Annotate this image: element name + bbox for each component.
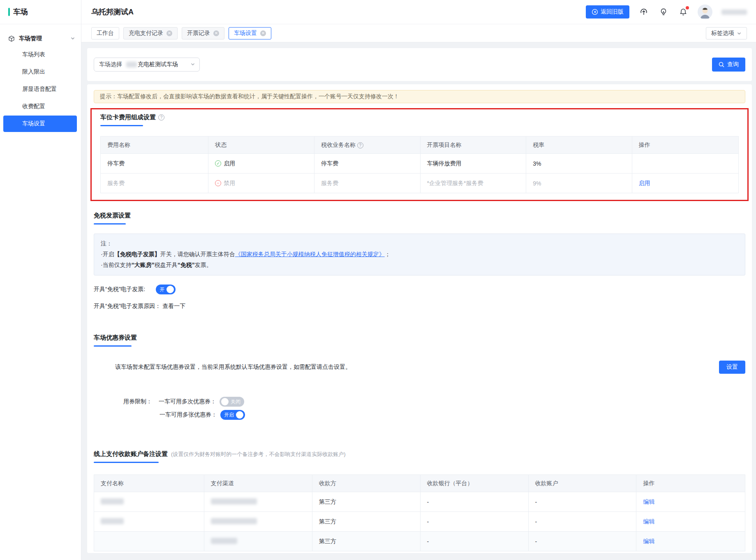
blurred-text xyxy=(126,62,137,67)
regulation-link[interactable]: 《国家税务总局关于小规模纳税人免征增值税的相关规定》 xyxy=(235,251,385,257)
logo-accent-bar xyxy=(8,8,10,16)
cell-bank: - xyxy=(420,512,528,532)
cell-account: - xyxy=(528,512,636,532)
col-header-pay-channel: 支付渠道 xyxy=(204,475,312,492)
back-button-label: 返回旧版 xyxy=(601,8,624,16)
tab-parking-settings[interactable]: 车场设置 ✕ xyxy=(229,27,271,39)
title-underline xyxy=(94,462,159,463)
multi-use-coupon-toggle[interactable]: 关闭 xyxy=(220,397,244,407)
tab-close-icon[interactable]: ✕ xyxy=(213,30,219,36)
sidebar-item-label: 屏显语音配置 xyxy=(22,86,57,93)
toggle-state-text: 开启 xyxy=(222,412,236,419)
notice-text: 提示：车场配置修改后，会直接影响该车场的数据查看和统计，属于关键性配置操作，一个… xyxy=(100,93,399,100)
payment-table-row: 第三方 - - 编辑 xyxy=(94,532,745,551)
tag-options-button[interactable]: 标签选项 xyxy=(706,27,747,39)
user-name-blurred[interactable] xyxy=(721,9,747,15)
select-label: 车场选择 xyxy=(99,61,122,68)
edit-link[interactable]: 编辑 xyxy=(643,538,654,544)
back-to-old-version-button[interactable]: 返回旧版 xyxy=(586,5,629,19)
toggle-state-text: 开 xyxy=(157,286,166,293)
tab-invoice-records[interactable]: 开票记录 ✕ xyxy=(182,27,224,39)
blurred-text xyxy=(211,498,257,504)
blurred-text xyxy=(101,518,124,524)
cell-pay-channel xyxy=(204,492,312,512)
col-header-fee-name: 费用名称 xyxy=(101,137,208,154)
fee-section-title: 车位卡费用组成设置 xyxy=(100,113,156,121)
update-upload-icon[interactable] xyxy=(638,7,649,17)
help-icon[interactable]: ? xyxy=(357,142,363,148)
cell-pay-channel xyxy=(204,512,312,532)
fee-table-row-parking: 停车费 ✓启用 停车费 车辆停放费用 3% xyxy=(101,154,739,174)
cell-status: −禁用 xyxy=(208,174,314,193)
parking-lot-select[interactable]: 车场选择 充电桩测试车场 xyxy=(94,58,200,72)
sidebar-item-screen-voice-config[interactable]: 屏显语音配置 xyxy=(3,81,77,97)
sidebar-item-entry-exit-limit[interactable]: 限入限出 xyxy=(3,64,77,80)
toggle-knob xyxy=(221,398,229,405)
main-column: 乌托邦测试A 返回旧版 xyxy=(81,0,756,560)
fee-table-row-service: 服务费 −禁用 服务费 *企业管理服务*服务费 9% 启用 xyxy=(101,174,739,193)
cell-tax-rate: 3% xyxy=(526,154,632,174)
cell-status: ✓启用 xyxy=(208,154,314,174)
disabled-minus-icon: − xyxy=(215,180,221,186)
cell-tax-rate: 9% xyxy=(526,174,632,193)
chevron-down-icon xyxy=(70,35,75,42)
tab-label: 开票记录 xyxy=(187,30,210,37)
cell-payee: 第三方 xyxy=(312,532,420,551)
lightbulb-icon[interactable] xyxy=(658,7,669,17)
title-underline xyxy=(94,345,132,347)
enable-link[interactable]: 启用 xyxy=(639,180,650,186)
query-card: 车场选择 充电桩测试车场 查询 xyxy=(87,48,752,81)
fee-table: 费用名称 状态 税收业务名称 ? 开票项目名称 税率 操作 停车费 xyxy=(100,136,739,193)
cell-payee: 第三方 xyxy=(312,512,420,532)
coupon-setup-button[interactable]: 设置 xyxy=(719,361,745,374)
tab-workbench[interactable]: 工作台 xyxy=(91,27,119,39)
cell-tax-name: 停车费 xyxy=(314,154,420,174)
topbar-actions: 返回旧版 xyxy=(586,5,747,19)
sidebar-group-parking-management[interactable]: 车场管理 xyxy=(0,32,81,46)
cell-invoice-item: 车辆停放费用 xyxy=(420,154,526,174)
chevron-down-icon xyxy=(190,61,195,68)
cell-pay-name xyxy=(94,532,204,551)
col-header-bank: 收款银行（平台） xyxy=(420,475,528,492)
note-line-2: ·当前仅支持“大账房”税盘开具“免税”发票。 xyxy=(101,259,738,270)
payment-section-title: 线上支付收款账户备注设置 xyxy=(94,450,168,458)
col-header-pay-name: 支付名称 xyxy=(94,475,204,492)
payment-table-header-row: 支付名称 支付渠道 收款方 收款银行（平台） 收款账户 操作 xyxy=(94,475,745,492)
help-icon[interactable]: ? xyxy=(158,114,164,120)
sidebar: 车场 车场管理 车场列表 限入限出 屏显语音配置 收费配置 车场设置 xyxy=(0,0,81,560)
cube-icon xyxy=(8,35,15,42)
app-window: 车场 车场管理 车场列表 限入限出 屏显语音配置 收费配置 车场设置 xyxy=(0,0,756,560)
cell-pay-name xyxy=(94,512,204,532)
sidebar-item-fee-config[interactable]: 收费配置 xyxy=(3,98,77,115)
toggle-state-text: 关闭 xyxy=(229,398,243,405)
tax-free-invoice-toggle[interactable]: 开 xyxy=(156,285,176,294)
user-avatar[interactable] xyxy=(698,5,712,19)
notification-bell-icon[interactable] xyxy=(678,7,689,17)
sidebar-item-parking-settings[interactable]: 车场设置 xyxy=(3,116,77,132)
query-button[interactable]: 查询 xyxy=(712,58,745,72)
tab-close-icon[interactable]: ✕ xyxy=(260,30,266,36)
cell-action: 启用 xyxy=(632,174,738,193)
tab-close-icon[interactable]: ✕ xyxy=(166,30,172,36)
tab-charging-payment-records[interactable]: 充电支付记录 ✕ xyxy=(123,27,178,39)
tab-label: 车场设置 xyxy=(234,30,257,37)
page-title: 乌托邦测试A xyxy=(91,7,134,17)
sidebar-item-parking-list[interactable]: 车场列表 xyxy=(3,46,77,63)
chevron-down-icon xyxy=(737,31,742,36)
multi-sheet-coupon-toggle[interactable]: 开启 xyxy=(220,410,245,420)
cell-account: - xyxy=(528,492,636,512)
title-underline xyxy=(100,125,143,126)
edit-link[interactable]: 编辑 xyxy=(643,498,654,505)
payment-table: 支付名称 支付渠道 收款方 收款银行（平台） 收款账户 操作 第三方 xyxy=(94,474,745,551)
payment-table-row: 第三方 - - 编辑 xyxy=(94,512,745,532)
cell-payee: 第三方 xyxy=(312,492,420,512)
cell-fee-name: 停车费 xyxy=(101,154,208,174)
cell-action: 编辑 xyxy=(636,532,745,551)
tax-free-reason-value[interactable]: 查看一下 xyxy=(162,303,185,310)
note-line-1: ·开启【免税电子发票】开关，请您确认开票主体符合《国家税务总局关于小规模纳税人免… xyxy=(101,249,738,259)
note-head: 注： xyxy=(101,238,738,249)
edit-link[interactable]: 编辑 xyxy=(643,518,654,525)
col-header-payee: 收款方 xyxy=(312,475,420,492)
fee-table-header-row: 费用名称 状态 税收业务名称 ? 开票项目名称 税率 操作 xyxy=(101,137,739,154)
cell-fee-name: 服务费 xyxy=(101,174,208,193)
